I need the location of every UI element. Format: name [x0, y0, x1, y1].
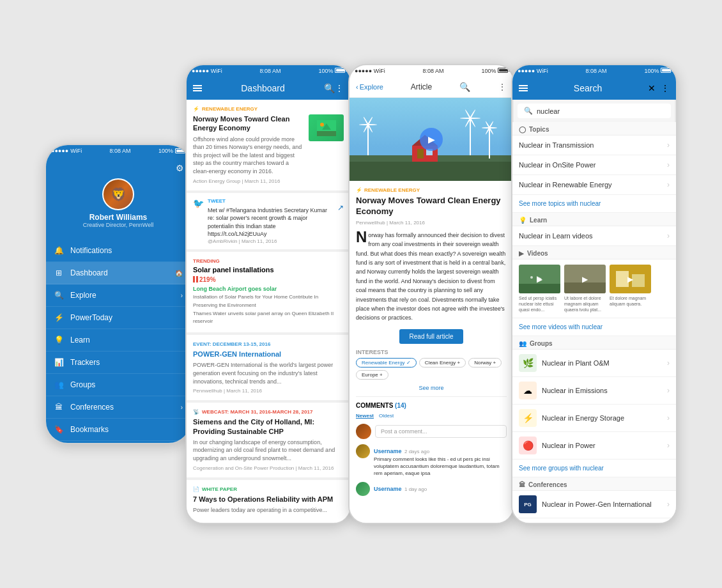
phone-2-wrapper: ●●●●● WiFi 8:08 AM 100% Dashboard 🔍 ⋮: [185, 64, 348, 524]
result-renewable[interactable]: Nuclear in Renewable Energy ›: [512, 175, 676, 195]
learn-section-header: 💡 Learn: [512, 213, 676, 226]
dashboard-feed[interactable]: ⚡ RENEWABLE ENERGY Norway Moves Toward C…: [187, 100, 350, 523]
result-text-learn-videos: Nuclear in Learn videos: [519, 232, 593, 240]
video-thumb-2[interactable]: ▶ Ut labore et dolore magnam aliquam qua…: [564, 265, 606, 313]
result-chevron-onsite: ›: [667, 160, 670, 169]
video-thumb-3[interactable]: ▶ Et dolore magnam aliquam quaera.: [610, 265, 651, 313]
sort-newest[interactable]: Newest: [356, 413, 374, 419]
feed-cat-whitepaper: 📄 WHITE PAPER: [193, 486, 344, 492]
nav-item-bookmarks[interactable]: 🔖 Bookmarks: [46, 419, 190, 441]
article-search-icon[interactable]: 🔍: [459, 82, 470, 92]
status-time: 8:08 AM: [110, 148, 131, 154]
dashboard-home-icon: 🏠: [175, 270, 183, 277]
comment-item-2: Username 1 day ago: [356, 482, 507, 496]
sort-options: Newest Oldest: [356, 413, 507, 419]
interest-norway[interactable]: Norway +: [468, 358, 502, 368]
result-onsite[interactable]: Nuclear in OnSite Power ›: [512, 155, 676, 175]
conf-item-distributech[interactable]: DT Nuclear in DistribuTECH ›: [512, 518, 676, 523]
search-title: Search: [533, 83, 643, 93]
read-full-article-button[interactable]: Read full article: [399, 329, 464, 344]
svg-rect-24: [519, 284, 560, 293]
result-chevron-renewable: ›: [667, 180, 670, 189]
trending-label: TRENDING: [193, 258, 344, 264]
nav-item-learn[interactable]: 💡 Learn: [46, 329, 190, 352]
result-text-renewable: Nuclear in Renewable Energy: [519, 181, 612, 189]
article-content[interactable]: ⚡ RENEWABLE ENERGY Norway Moves Toward C…: [349, 181, 513, 523]
comments-count: (14): [395, 402, 406, 409]
video-img-3: ▶: [610, 265, 651, 293]
comment-time-2: 1 day ago: [404, 486, 427, 492]
search-results[interactable]: ◯ Topics Nuclear in Transmission › Nucle…: [512, 122, 676, 523]
share-icon[interactable]: ↗: [337, 203, 344, 244]
nav-item-conferences[interactable]: 🏛 Conferences ›: [46, 396, 190, 419]
back-button[interactable]: ‹ Explore: [356, 83, 383, 91]
phone-1-shell: ●●●●● WiFi 8:08 AM 100% ⚙ 🦁: [45, 144, 192, 444]
feed-item-norway: ⚡ RENEWABLE ENERGY Norway Moves Toward C…: [187, 100, 350, 190]
see-more-videos-link[interactable]: See more videos with nuclear: [512, 318, 676, 336]
nav-item-interests[interactable]: ❤ Interests: [46, 441, 190, 443]
search-more-icon[interactable]: ⋮: [661, 83, 670, 93]
phone-3-status-bar: ●●●●● WiFi 8:08 AM 100%: [349, 65, 513, 77]
conf-text-powergen: Nuclear in Power-Gen International: [542, 500, 662, 508]
hamburger-menu[interactable]: [193, 85, 202, 91]
interest-renewable[interactable]: Renewable Energy ✓: [356, 358, 417, 368]
p4-hamburger[interactable]: [519, 85, 528, 91]
see-more-interests[interactable]: See more: [356, 385, 507, 391]
group-item-emissions[interactable]: ☁ Nuclear in Emissions ›: [512, 377, 676, 405]
video-caption-2: Ut labore et dolore magnam aliquam quaer…: [564, 295, 606, 313]
nav-items-list: 🔔 Notifications ⊞ Dashboard 🏠 🔍 Explore …: [46, 240, 190, 443]
conf-item-powergen[interactable]: PG Nuclear in Power-Gen International ›: [512, 491, 676, 518]
nav-label-explore: Explore: [70, 291, 96, 300]
p2-status-time: 8:08 AM: [260, 68, 281, 74]
tweet-text: Met w/ #Telangana Industries Secretary K…: [208, 206, 334, 238]
result-transmission[interactable]: Nuclear in Transmission ›: [512, 135, 676, 155]
more-options-icon[interactable]: ⋮: [335, 83, 344, 93]
nav-label-powertoday: PowerToday: [70, 313, 112, 322]
svg-point-25: [530, 276, 533, 279]
video-thumb-1[interactable]: ▶ Sed ut persp iciatis nuclear iste ettu…: [519, 265, 560, 313]
interest-europe[interactable]: Europe +: [356, 370, 388, 380]
group-item-plant[interactable]: 🌿 Nuclear in Plant O&M ›: [512, 350, 676, 377]
nav-item-dashboard[interactable]: ⊞ Dashboard 🏠: [46, 262, 190, 284]
article-hero-image: ▶: [349, 98, 513, 181]
search-term[interactable]: nuclear: [537, 107, 664, 115]
user-name: Robert Williams: [89, 213, 148, 222]
nav-label-dashboard: Dashboard: [70, 268, 108, 277]
nav-item-groups[interactable]: 👥 Groups: [46, 374, 190, 396]
result-learn-videos[interactable]: Nuclear in Learn videos ›: [512, 226, 676, 246]
search-header-icon[interactable]: 🔍: [324, 83, 335, 93]
nav-item-trackers[interactable]: 📊 Trackers: [46, 352, 190, 374]
interest-clean-energy[interactable]: Clean Energy +: [419, 358, 466, 368]
video-img-2: ▶: [564, 265, 606, 293]
nav-label-groups: Groups: [70, 380, 95, 389]
phone-2-status-bar: ●●●●● WiFi 8:08 AM 100%: [187, 65, 350, 77]
see-more-topics-link[interactable]: See more topics with nuclear: [512, 195, 676, 213]
search-close-x[interactable]: ✕: [648, 83, 656, 93]
feed-meta-siemens: Cogeneration and On-Site Power Productio…: [193, 465, 344, 471]
comment-input-row: Post a comment...: [356, 424, 507, 439]
nav-header: ⚙ 🦁 Robert Williams Creative Director, P…: [46, 157, 190, 240]
conferences-chevron: ›: [181, 404, 183, 411]
search-input-bar[interactable]: 🔍 nuclear: [518, 104, 671, 118]
nav-item-notifications[interactable]: 🔔 Notifications: [46, 240, 190, 262]
sort-oldest[interactable]: Oldest: [379, 413, 394, 419]
group-chevron-emissions: ›: [667, 386, 670, 395]
result-text-onsite: Nuclear in OnSite Power: [519, 161, 595, 169]
article-more-icon[interactable]: ⋮: [498, 82, 507, 92]
image-placeholder: [309, 114, 344, 141]
group-item-energy-storage[interactable]: ⚡ Nuclear in Energy Storage ›: [512, 405, 676, 432]
tweet-content: TWEET Met w/ #Telangana Industries Secre…: [208, 198, 334, 244]
play-button[interactable]: ▶: [420, 128, 443, 151]
videos-icon: ▶: [519, 250, 524, 257]
p4-status-right: 100%: [644, 68, 671, 74]
comment-input[interactable]: Post a comment...: [375, 425, 507, 438]
feed-title-siemens: Siemens and the City of Holland, MI: Pro…: [193, 417, 344, 436]
see-more-groups-link[interactable]: See more groups with nuclear: [512, 460, 676, 477]
svg-rect-30: [616, 271, 629, 287]
twitter-icon: 🐦: [193, 198, 204, 244]
gear-icon[interactable]: ⚙: [176, 163, 184, 173]
nav-item-powertoday[interactable]: ⚡ PowerToday: [46, 307, 190, 329]
group-item-power[interactable]: 🔴 Nuclear in Power ›: [512, 432, 676, 460]
interest-tags: Renewable Energy ✓ Clean Energy + Norway…: [356, 358, 507, 380]
nav-item-explore[interactable]: 🔍 Explore ›: [46, 284, 190, 307]
